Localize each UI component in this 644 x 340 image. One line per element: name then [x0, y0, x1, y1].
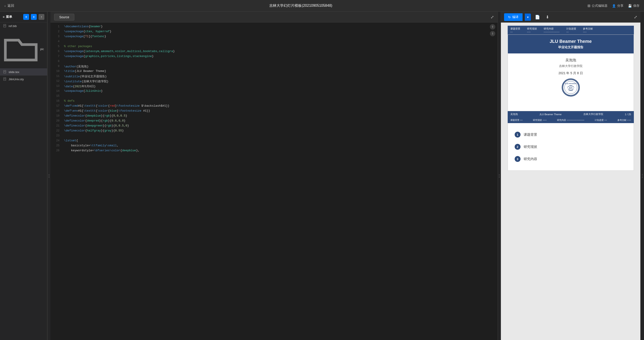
- expand-editor-icon[interactable]: ⤢: [490, 15, 494, 20]
- code-line-24: 24 \lstset{: [50, 139, 498, 144]
- code-line-25: 25 basicstyle=\ttfamily\small,: [50, 144, 498, 149]
- code-line-4: 4: [50, 40, 498, 45]
- download-icon-button[interactable]: ⬇: [544, 14, 551, 21]
- editor-toolbar: Source ⤢: [50, 12, 498, 23]
- code-line-6: 6 \usepackage{latexsym,amsmath,xcolor,mu…: [50, 50, 498, 55]
- slide-bottom-nav: 课题背景 ○○ 研究现状 ○○○ 研究内容 ○○○○○○○○○○○○○ 计划进度…: [508, 117, 634, 123]
- preview-toolbar: ↻ 编译 ▾ 📄 ⬇ ⤢: [501, 12, 640, 23]
- add-folder-button[interactable]: +: [31, 14, 37, 20]
- scroll-down-arrow[interactable]: ⇩: [490, 31, 495, 36]
- editor-right-collapse-handle[interactable]: [498, 12, 501, 340]
- code-line-18: 18 \def\env#1{\texttt{\color{blue}\footn…: [50, 109, 498, 114]
- topbar-actions: ⊞ 公式编辑器 👤 分享 💾 保存: [588, 4, 640, 8]
- jlu-logo: JILIN UNIVERSITY 1946 CHINA 吉大: [562, 79, 580, 97]
- file-icon: [3, 70, 7, 74]
- save-icon: 💾: [628, 4, 632, 8]
- footer-author: 吴泡泡: [510, 113, 518, 116]
- code-line-3: 3 \usepackage[T1]{fontenc}: [50, 35, 498, 40]
- upload-button[interactable]: ↑: [38, 14, 44, 20]
- formula-editor-button[interactable]: ⊞ 公式编辑器: [588, 4, 608, 8]
- compile-button[interactable]: ↻ 编译: [504, 13, 522, 21]
- editor-area: Source ⤢ 1 \documentclass{beamer} 2 \use…: [50, 12, 498, 340]
- footer-theme: JLU Beamer Theme: [540, 113, 562, 116]
- sidebar-item-pic[interactable]: pic: [0, 30, 47, 68]
- save-button[interactable]: 💾 保存: [628, 4, 640, 8]
- topbar: ‹ 返回 吉林大学幻灯片模板(20210905105848) ⊞ 公式编辑器 👤…: [0, 0, 644, 12]
- slide-author: 吴泡泡: [512, 58, 629, 63]
- formula-icon: ⊞: [588, 4, 590, 8]
- source-tab[interactable]: Source: [54, 14, 74, 21]
- sidebar-toolbar: ≡ 菜单 + + ↑: [0, 12, 47, 22]
- code-line-16: 16 % defs: [50, 99, 498, 104]
- expand-preview-icon[interactable]: ⤢: [634, 15, 637, 20]
- code-line-9: 9 \author{吴泡泡}: [50, 65, 498, 70]
- code-line-11: 11 \subtitle{毕业论文开题报告}: [50, 74, 498, 79]
- toc-item-2: 2 研究现状: [515, 141, 627, 153]
- footer-institute: 吉林大学行政学院: [584, 113, 603, 116]
- svg-text:吉大: 吉大: [569, 87, 573, 89]
- nav-items: 课题背景○○ 研究现状○○○ 研究内容○○○○○○○○○○○○○ 计划进度○○ …: [510, 27, 593, 33]
- sidebar-item-jilinuniv-sty[interactable]: JilinUniv.sty: [0, 76, 47, 83]
- slide-1: 课题背景○○ 研究现状○○○ 研究内容○○○○○○○○○○○○○ 计划进度○○ …: [508, 26, 634, 171]
- code-line-22: 22 \definecolor{halfgray}{gray}{0.55}: [50, 129, 498, 134]
- code-line-13: 13 \date{2021年5月8日}: [50, 84, 498, 89]
- code-line-23: 23: [50, 134, 498, 139]
- jlu-logo-svg: JILIN UNIVERSITY 1946 CHINA 吉大: [562, 79, 579, 96]
- sidebar-item-ref-bib[interactable]: ref.bib ···: [0, 22, 47, 30]
- code-line-26: 26 keywordstyle=\bfseries\color{deepblue…: [50, 149, 498, 154]
- sidebar-item-slide-tex[interactable]: slide.tex ···: [0, 68, 47, 76]
- sidebar: ≡ 菜单 + + ↑ ref.bib ··· pic slide.tex ···…: [0, 12, 47, 340]
- footer-page: 1 / 25: [625, 113, 631, 116]
- slide-footer: 吴泡泡 JLU Beamer Theme 吉林大学行政学院 1 / 25: [508, 111, 634, 117]
- file-icon: [3, 24, 7, 28]
- main-area: ≡ 菜单 + + ↑ ref.bib ··· pic slide.tex ···…: [0, 12, 644, 340]
- preview-pane: ↻ 编译 ▾ 📄 ⬇ ⤢ 课题背景○○ 研究现状○○○ 研究内容○○○○○○○○…: [501, 12, 640, 340]
- code-line-5: 5 % other packages: [50, 45, 498, 50]
- slide-top-nav: 课题背景○○ 研究现状○○○ 研究内容○○○○○○○○○○○○○ 计划进度○○ …: [508, 26, 634, 35]
- share-button[interactable]: 👤 分享: [612, 4, 624, 8]
- code-line-17: 17 \def\cmd#1{\texttt{\color{red}\footno…: [50, 104, 498, 109]
- document-icon-button[interactable]: 📄: [533, 14, 542, 21]
- code-line-12: 12 \institute{吉林大学行政学院}: [50, 79, 498, 84]
- back-icon: ‹: [4, 4, 6, 8]
- right-collapse-handle[interactable]: [640, 12, 644, 340]
- code-line-19: 19 \definecolor{deepblue}{rgb}{0,0,0.5}: [50, 114, 498, 119]
- menu-label[interactable]: ≡ 菜单: [3, 15, 22, 19]
- back-button[interactable]: ‹ 返回: [4, 4, 14, 8]
- folder-icon: [3, 31, 38, 67]
- left-collapse-handle[interactable]: [47, 12, 50, 340]
- slide-toc: 1 课题背景 2 研究现状 3 研究内容: [508, 123, 634, 171]
- toc-item-3: 3 研究内容: [515, 153, 627, 165]
- code-line-20: 20 \definecolor{deepred}{rgb}{0.6,0,0}: [50, 119, 498, 124]
- code-line-2: 2 \usepackage{ctex, hyperref}: [50, 30, 498, 35]
- slide-title-sub: 毕业论文开题报告: [515, 45, 627, 49]
- file-icon: [3, 77, 7, 81]
- slide-title-main: JLU Beamer Theme: [515, 39, 627, 44]
- back-label: 返回: [8, 4, 14, 8]
- preview-content[interactable]: 课题背景○○ 研究现状○○○ 研究内容○○○○○○○○○○○○○ 计划进度○○ …: [501, 23, 640, 340]
- document-title: 吉林大学幻灯片模板(20210905105848): [269, 4, 332, 8]
- compile-dropdown-button[interactable]: ▾: [525, 14, 531, 21]
- code-line-15: 15: [50, 94, 498, 99]
- refresh-icon: ↻: [508, 15, 511, 19]
- share-icon: 👤: [612, 4, 616, 8]
- code-editor[interactable]: 1 \documentclass{beamer} 2 \usepackage{c…: [50, 23, 498, 340]
- toc-item-1: 1 课题背景: [515, 129, 627, 141]
- svg-text:JILIN UNIVERSITY: JILIN UNIVERSITY: [565, 83, 576, 84]
- code-line-10: 10 \title{JLU Beamer Theme}: [50, 70, 498, 74]
- slide-title-block: JLU Beamer Theme 毕业论文开题报告: [508, 35, 634, 54]
- scroll-up-arrow[interactable]: ⇧: [490, 24, 495, 30]
- slide-date: 2021 年 5 月 8 日: [512, 71, 629, 75]
- slide-institute: 吉林大学行政学院: [512, 64, 629, 68]
- slide-main: JLU Beamer Theme 毕业论文开题报告 吴泡泡 吉林大学行政学院 2…: [508, 35, 634, 111]
- code-line-1: 1 \documentclass{beamer}: [50, 25, 498, 30]
- menu-icon: ≡: [3, 15, 4, 19]
- code-line-7: 7 \usepackage{graphicx,pstricks,listings…: [50, 55, 498, 60]
- code-line-14: 14 \usepackage{JilinUniv}: [50, 89, 498, 94]
- add-file-button[interactable]: +: [23, 14, 29, 20]
- code-line-21: 21 \definecolor{deepgreen}{rgb}{0,0.5,0}: [50, 124, 498, 129]
- code-line-8: 8: [50, 60, 498, 65]
